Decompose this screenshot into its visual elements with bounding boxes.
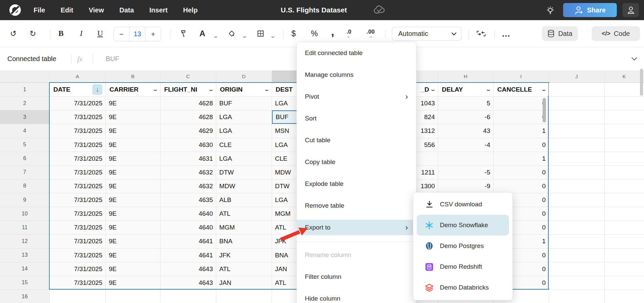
table-column-header-delay[interactable]: DELAY⌄: [439, 83, 493, 96]
cell-carrier-row13[interactable]: 9E: [106, 249, 160, 262]
column-header-H[interactable]: H: [438, 70, 493, 82]
cell-flight-row8[interactable]: 4632: [160, 180, 216, 193]
row-header-4[interactable]: 4: [0, 124, 49, 138]
share-button[interactable]: Share: [563, 3, 617, 17]
bold-button[interactable]: B: [58, 29, 63, 38]
column-menu-chevron-icon[interactable]: ⌄: [541, 87, 547, 92]
window-scrollbar-thumb[interactable]: [640, 69, 643, 96]
menubar-item-insert[interactable]: Insert: [149, 6, 168, 14]
context-menu-item-manage-columns[interactable]: Manage columns: [297, 67, 416, 83]
cell-origin-row6[interactable]: LGA: [216, 152, 272, 165]
cell-flight-row14[interactable]: 4643: [160, 262, 216, 276]
cell-cancelled-row7[interactable]: 0: [494, 166, 549, 179]
table-column-header-flight[interactable]: FLIGHT_NI⌄: [161, 83, 216, 96]
cell-origin-row15[interactable]: JAN: [216, 276, 272, 290]
text-color-chevron-icon[interactable]: ⌄: [213, 34, 219, 39]
row-header-13[interactable]: 13: [0, 248, 49, 262]
table-column-header-origin[interactable]: ORIGIN⌄: [217, 83, 271, 96]
cell-carrier-row10[interactable]: 9E: [106, 207, 160, 220]
context-menu-item-explode-table[interactable]: Explode table: [297, 176, 416, 192]
cell-origin-row3[interactable]: LGA: [216, 110, 272, 124]
document-title[interactable]: U.S. Flights Dataset: [281, 0, 365, 20]
theme-lightbulb-icon[interactable]: [545, 5, 555, 15]
cell-delay-row3[interactable]: -6: [438, 110, 493, 124]
row-header-16[interactable]: 16: [0, 290, 49, 303]
cell-date-row8[interactable]: 7/31/2025: [50, 180, 105, 193]
cell-delay-row2[interactable]: 5: [438, 97, 493, 110]
decrease-decimal-button[interactable]: .0←: [347, 29, 351, 38]
table-column-header-date[interactable]: DATE↓: [50, 83, 105, 96]
cell-date-row6[interactable]: 7/31/2025: [50, 152, 105, 165]
formula-bar-expand-chevron-icon[interactable]: [631, 47, 637, 70]
context-menu-item-cut-table[interactable]: Cut table: [297, 133, 416, 148]
cell-date-row3[interactable]: 7/31/2025: [50, 110, 105, 124]
app-logo-icon[interactable]: [9, 4, 21, 16]
cell-flight-row6[interactable]: 4631: [160, 152, 216, 165]
column-header-J[interactable]: J: [549, 70, 604, 82]
code-panel-button[interactable]: </> Code: [592, 26, 640, 41]
cell-carrier-row6[interactable]: 9E: [106, 152, 160, 165]
column-menu-chevron-icon[interactable]: ⌄: [486, 87, 491, 92]
cell-origin-row4[interactable]: LGA: [216, 124, 272, 138]
cell-carrier-row4[interactable]: 9E: [106, 124, 160, 138]
cell-cancelled-row6[interactable]: 1: [494, 152, 549, 165]
cell-carrier-row5[interactable]: 9E: [106, 138, 160, 152]
cell-cancelled-row3[interactable]: 0: [494, 110, 549, 124]
font-size-decrease-button[interactable]: −: [114, 27, 129, 41]
context-menu-item-hide-column[interactable]: Hide column: [297, 291, 416, 303]
context-menu-item-pivot[interactable]: Pivot›: [297, 89, 416, 104]
row-header-11[interactable]: 11: [0, 220, 49, 234]
menubar-item-data[interactable]: Data: [119, 6, 134, 14]
number-format-select[interactable]: Automatic: [392, 27, 462, 41]
font-size-value[interactable]: 13: [129, 27, 145, 41]
redo-button[interactable]: ↻: [30, 29, 36, 38]
cell-cancelled-row2[interactable]: 0: [494, 97, 549, 110]
column-header-B[interactable]: B: [105, 70, 160, 82]
cell-flight-row12[interactable]: 4641: [160, 235, 216, 248]
cell-origin-row10[interactable]: ATL: [216, 207, 272, 220]
comma-format-button[interactable]: ,: [331, 25, 334, 38]
menubar-item-edit[interactable]: Edit: [60, 6, 73, 14]
context-menu-item-edit-connected-table[interactable]: Edit connected table: [297, 45, 416, 61]
cell-date-row15[interactable]: 7/31/2025: [50, 276, 105, 290]
sort-descending-icon[interactable]: ↓: [92, 84, 102, 95]
cell-origin-row12[interactable]: BNA: [216, 235, 272, 248]
table-column-header-cancelled[interactable]: CANCELLE⌄: [494, 83, 548, 96]
fill-color-chevron-icon[interactable]: ⌄: [242, 34, 247, 39]
cell-flight-row9[interactable]: 4635: [160, 193, 216, 207]
borders-chevron-icon[interactable]: ⌄: [270, 34, 276, 39]
table-scrollbar-thumb[interactable]: [543, 98, 546, 122]
cell-carrier-row7[interactable]: 9E: [106, 166, 160, 179]
cell-cancelled-row5[interactable]: 0: [494, 138, 549, 152]
row-header-5[interactable]: 5: [0, 138, 49, 152]
table-column-header-carrier[interactable]: CARRIER⌄: [106, 83, 160, 96]
cell-origin-row11[interactable]: MGM: [216, 221, 272, 234]
cell-carrier-row2[interactable]: 9E: [106, 97, 160, 110]
row-header-15[interactable]: 15: [0, 276, 49, 290]
cell-cancelled-row4[interactable]: 1: [494, 124, 549, 138]
formula-input[interactable]: BUF: [106, 47, 119, 70]
data-panel-button[interactable]: Data: [542, 26, 578, 41]
fill-color-button[interactable]: [228, 30, 236, 38]
cell-flight-row13[interactable]: 4641: [160, 249, 216, 262]
context-menu-item-filter-column[interactable]: Filter column: [297, 269, 416, 285]
context-menu-item-remove-table[interactable]: Remove table: [297, 198, 416, 213]
column-menu-chevron-icon[interactable]: ⌄: [430, 87, 436, 92]
cell-origin-row13[interactable]: JFK: [216, 249, 272, 262]
underline-button[interactable]: U: [97, 29, 103, 38]
export-option-csv-download[interactable]: CSV download: [417, 194, 509, 215]
cell-date-row14[interactable]: 7/31/2025: [50, 262, 105, 276]
column-menu-chevron-icon[interactable]: ⌄: [208, 87, 214, 92]
more-options-button[interactable]: …: [502, 29, 511, 39]
cell-date-row10[interactable]: 7/31/2025: [50, 207, 105, 220]
column-menu-chevron-icon[interactable]: ⌄: [152, 87, 158, 92]
cell-carrier-row12[interactable]: 9E: [106, 235, 160, 248]
row-header-6[interactable]: 6: [0, 152, 49, 165]
increase-decimal-button[interactable]: .00→: [367, 29, 375, 38]
borders-button[interactable]: [257, 30, 265, 38]
paint-format-icon[interactable]: [179, 30, 187, 38]
row-header-3[interactable]: 3: [0, 110, 49, 124]
context-menu-item-sort[interactable]: Sort: [297, 111, 416, 126]
row-header-8[interactable]: 8: [0, 179, 49, 193]
cell-origin-row5[interactable]: CLE: [216, 138, 272, 152]
